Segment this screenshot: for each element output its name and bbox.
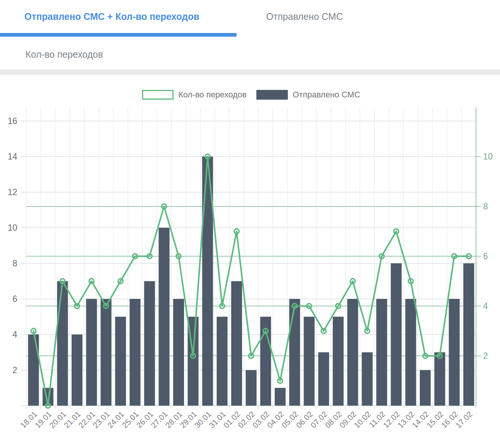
bar-18.01[interactable] (28, 335, 39, 406)
bar-21.01[interactable] (72, 335, 82, 406)
bar-08.02[interactable] (333, 317, 344, 406)
bar-25.01[interactable] (130, 299, 141, 406)
x-axis-label: 14.02 (410, 410, 430, 430)
bar-03.02[interactable] (260, 317, 271, 406)
bar-01.02[interactable] (231, 281, 242, 406)
right-axis-label: 6 (483, 251, 488, 261)
x-axis-label: 19.01 (33, 410, 53, 430)
x-axis-label: 08.02 (323, 410, 343, 430)
bar-10.02[interactable] (362, 352, 373, 406)
bar-02.02[interactable] (246, 370, 257, 406)
x-axis-label: 02.02 (236, 410, 256, 430)
bar-20.01[interactable] (57, 281, 68, 406)
bar-11.02[interactable] (376, 299, 387, 406)
right-axis-label: 8 (483, 202, 488, 211)
bar-27.01[interactable] (159, 228, 169, 406)
left-axis-label: 12 (7, 187, 17, 197)
bar-31.01[interactable] (217, 317, 228, 406)
bar-17.02[interactable] (463, 263, 474, 406)
bar-13.02[interactable] (405, 299, 416, 406)
left-axis-label: 2 (12, 365, 17, 375)
left-axis-label: 4 (12, 330, 17, 339)
x-axis-label: 26.01 (135, 410, 154, 430)
bar-06.02[interactable] (304, 317, 314, 406)
bar-04.02[interactable] (275, 388, 286, 406)
x-axis-label: 24.01 (106, 410, 126, 430)
x-axis-label: 03.02 (251, 410, 271, 430)
x-axis-label: 13.02 (396, 410, 416, 430)
bar-22.01[interactable] (86, 299, 97, 406)
bar-28.01[interactable] (173, 299, 184, 406)
x-axis-label: 12.02 (381, 410, 401, 430)
bar-14.02[interactable] (420, 370, 431, 406)
x-axis-label: 28.01 (164, 410, 184, 430)
x-axis-label: 04.02 (265, 410, 285, 430)
bar-05.02[interactable] (289, 299, 300, 406)
combo-chart: 24681012141624681018.0119.0120.0121.0122… (0, 75, 500, 448)
x-axis-label: 29.01 (178, 410, 198, 430)
x-axis-label: 06.02 (294, 410, 314, 430)
left-axis-label: 16 (7, 116, 17, 126)
x-axis-label: 25.01 (120, 410, 140, 430)
bar-26.01[interactable] (144, 281, 155, 406)
bar-24.01[interactable] (115, 317, 126, 406)
bar-09.02[interactable] (347, 299, 358, 406)
x-axis-label: 18.01 (19, 410, 39, 430)
x-axis-label: 30.01 (193, 410, 213, 430)
bar-12.02[interactable] (391, 263, 402, 406)
left-axis-label: 8 (12, 258, 17, 268)
section-divider (0, 69, 500, 75)
x-axis-label: 15.02 (425, 410, 445, 430)
left-axis-label: 14 (7, 152, 17, 161)
chart-area: Кол-во переходов Отправлено СМС 24681012… (0, 75, 500, 448)
tab-sms[interactable]: Отправлено СМС (266, 11, 343, 22)
active-tab-underline (0, 33, 237, 37)
right-axis-label: 4 (483, 301, 488, 311)
bar-15.02[interactable] (434, 352, 445, 406)
x-axis-label: 09.02 (338, 410, 358, 430)
bar-16.02[interactable] (449, 299, 460, 406)
tab-clicks[interactable]: Кол-во переходов (25, 49, 103, 60)
x-axis-label: 31.01 (207, 410, 227, 430)
x-axis-label: 10.02 (352, 410, 372, 430)
left-axis-label: 6 (12, 294, 17, 304)
x-axis-label: 05.02 (280, 410, 300, 430)
x-axis-label: 01.02 (222, 410, 242, 430)
x-axis-label: 27.01 (149, 410, 169, 430)
tab-bar: Отправлено СМС + Кол-во переходов Отправ… (0, 0, 500, 75)
right-axis-label: 2 (483, 351, 488, 361)
bar-07.02[interactable] (318, 352, 329, 406)
x-axis-label: 20.01 (48, 410, 67, 430)
x-axis-label: 16.02 (439, 410, 459, 430)
left-axis-label: 10 (7, 223, 17, 233)
x-axis-label: 23.01 (91, 410, 111, 430)
x-axis-label: 22.01 (77, 410, 97, 430)
bar-23.01[interactable] (100, 299, 111, 406)
right-axis-label: 10 (483, 152, 493, 161)
tab-sms-plus-clicks[interactable]: Отправлено СМС + Кол-во переходов (24, 11, 199, 22)
x-axis-label: 07.02 (309, 410, 329, 430)
x-axis-label: 17.02 (454, 410, 474, 430)
x-axis-label: 21.01 (62, 410, 82, 430)
